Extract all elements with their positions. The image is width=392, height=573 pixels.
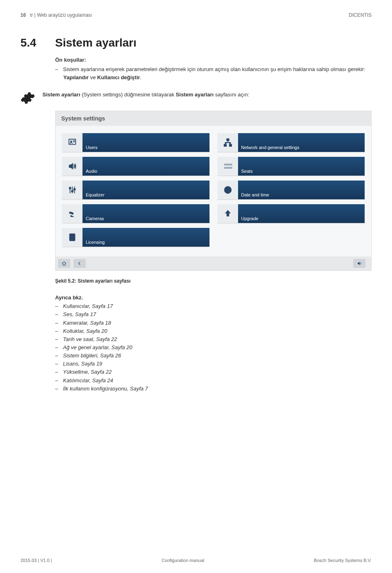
users-icon [62,133,82,152]
volume-button[interactable] [353,259,365,268]
tile-users[interactable]: Users [62,133,209,152]
equalizer-icon [62,181,82,199]
svg-rect-6 [229,145,232,147]
see-also-item: Yükseltme, Sayfa 22 [55,368,372,376]
tile-audio[interactable]: Audio [62,157,209,176]
prereq-heading: Ön koşullar: [55,57,372,63]
tile-upgrade[interactable]: Upgrade [218,204,365,223]
intro-text: Sistem ayarları (System settings) düğmes… [42,91,249,99]
audio-icon [62,157,82,176]
see-also-list: Kullanıcılar, Sayfa 17 Ses, Sayfa 17 Kam… [55,302,372,393]
page-header: 16 tr | Web arayüzü uygulaması DICENTIS [20,12,372,18]
tile-label: Equalizer [82,181,209,199]
svg-point-1 [70,141,72,143]
home-button[interactable] [58,259,70,268]
svg-rect-4 [227,139,229,141]
see-also-item: Ses, Sayfa 17 [55,310,372,319]
tile-licensing[interactable]: Licensing [62,228,209,247]
license-icon [62,228,82,247]
svg-rect-12 [69,188,71,189]
section-number: 5.4 [20,36,55,49]
tile-label: Network and general settings [238,133,365,152]
tile-label: Audio [82,157,209,176]
tile-label: Cameras [82,204,209,223]
system-settings-screenshot: System settings Users Network and genera… [55,111,372,271]
header-right: DICENTIS [349,12,372,18]
see-also-item: Kameralar, Sayfa 18 [55,319,372,327]
screenshot-footer-bar [56,256,371,270]
tile-datetime[interactable]: Date and time [218,181,365,199]
see-also-item: Katılımcılar, Sayfa 24 [55,377,372,385]
tile-label: Licensing [82,228,209,247]
camera-icon [62,204,82,223]
tile-cameras[interactable]: Cameras [62,204,209,223]
see-also-item: İlk kullanım konfigürasyonu, Sayfa 7 [55,385,372,393]
tile-label: Date and time [238,181,365,199]
footer-left: 2015.03 | V1.0 | [20,558,52,563]
prereq-item: Sistem ayarlarına erişerek parametreleri… [55,65,372,82]
seats-icon: abababababab [218,157,238,176]
footer-right: Bosch Security Systems B.V. [314,558,372,563]
tile-equalizer[interactable]: Equalizer [62,181,209,199]
see-also-heading: Ayrıca bkz. [55,294,372,301]
svg-rect-13 [71,191,73,192]
svg-text:ababab: ababab [224,166,232,169]
see-also-item: Sistem bilgileri, Sayfa 26 [55,352,372,360]
section-title: Sistem ayarları [55,36,136,49]
upgrade-icon [218,204,238,223]
clock-icon [218,181,238,199]
back-button[interactable] [74,259,86,268]
see-also-item: Kullanıcılar, Sayfa 17 [55,302,372,310]
tile-network[interactable]: Network and general settings [218,133,365,152]
header-left: 16 tr | Web arayüzü uygulaması [20,12,92,18]
tile-label: Users [82,133,209,152]
tile-label: Seats [238,157,365,176]
svg-rect-5 [224,145,226,147]
network-icon [218,133,238,152]
see-also-item: Koltuklar, Sayfa 20 [55,327,372,335]
prereq-list: Sistem ayarlarına erişerek parametreleri… [55,65,372,82]
tile-seats[interactable]: abababababab Seats [218,157,365,176]
page-footer: 2015.03 | V1.0 | Configuration manual Bo… [20,558,372,563]
figure-caption: Şekil 5.2: Sistem ayarları sayfası [55,278,372,284]
tile-label: Upgrade [238,204,365,223]
see-also-item: Tarih ve saat, Sayfa 22 [55,335,372,343]
see-also-item: Ağ ve genel ayarlar, Sayfa 20 [55,343,372,352]
footer-center: Configuration manual [162,558,205,563]
svg-rect-14 [74,189,76,190]
screenshot-title: System settings [56,111,371,126]
gear-icon [20,91,35,107]
svg-text:ababab: ababab [224,163,232,166]
section-heading: 5.4 Sistem ayarları [20,36,372,49]
see-also-item: Lisans, Sayfa 19 [55,360,372,368]
